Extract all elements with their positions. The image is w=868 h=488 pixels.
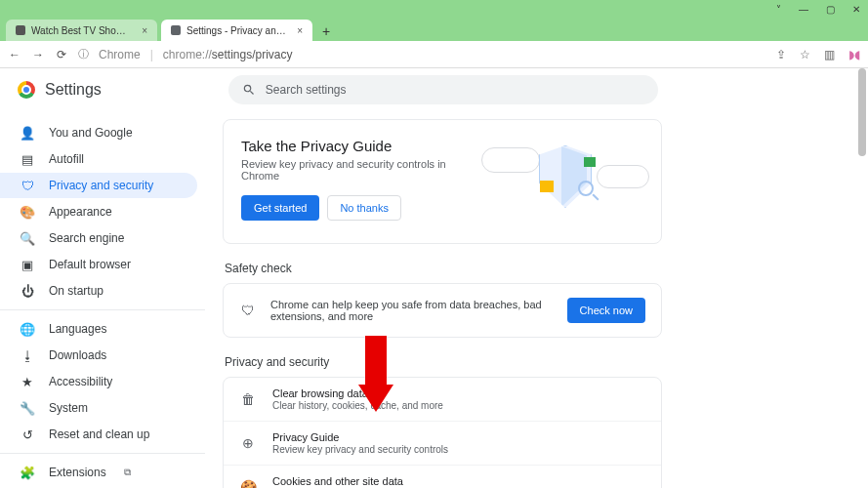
autofill-icon: ▤	[20, 152, 35, 167]
window-chevron[interactable]: ˅	[776, 4, 781, 15]
guide-illustration	[487, 138, 643, 225]
reset-icon: ↺	[20, 427, 35, 442]
sidebar-item-label: On startup	[49, 284, 103, 298]
browser-tab-0[interactable]: Watch Best TV Shows, Serials, S… ×	[6, 20, 157, 41]
safety-check-card: 🛡 Chrome can help keep you safe from dat…	[223, 283, 662, 338]
sidebar-item-label: You and Google	[49, 126, 133, 140]
privacy-security-section-label: Privacy and security	[225, 355, 329, 369]
sidebar-item-label: Accessibility	[49, 375, 112, 388]
person-icon: 👤	[20, 126, 35, 141]
sidebar-item-you-and-google[interactable]: 👤You and Google	[0, 120, 197, 145]
default-browser-icon: ▣	[20, 258, 35, 272]
toolbar: ← → ⟳ ⓘ Chrome | chrome://settings/priva…	[0, 41, 868, 68]
sidebar-item-accessibility[interactable]: ★Accessibility	[0, 369, 197, 394]
shield-icon: 🛡	[20, 179, 35, 193]
search-icon: 🔍	[20, 231, 35, 246]
sidebar-item-privacy-security[interactable]: 🛡Privacy and security	[0, 173, 197, 198]
tab-title: Settings - Privacy and security	[186, 25, 287, 36]
search-settings-input[interactable]: Search settings	[228, 75, 658, 104]
share-icon[interactable]: ⇪	[776, 48, 786, 61]
sidebar-item-label: Extensions	[49, 466, 106, 479]
external-link-icon: ⧉	[124, 467, 131, 478]
sidebar-item-appearance[interactable]: 🎨Appearance	[0, 199, 197, 224]
power-icon: ⏻	[20, 284, 35, 299]
sidebar-item-label: Search engine	[49, 231, 124, 245]
sidebar-item-reset[interactable]: ↺Reset and clean up	[0, 422, 197, 447]
favicon-icon	[16, 25, 25, 35]
privacy-guide-card: Take the Privacy Guide Review key privac…	[223, 119, 662, 244]
extensions-icon: 🧩	[20, 466, 35, 480]
sidebar-item-label: Languages	[49, 322, 106, 336]
guide-subtitle: Review key privacy and security controls…	[241, 158, 477, 182]
sidebar-item-search-engine[interactable]: 🔍Search engine	[0, 225, 197, 251]
accessibility-icon: ★	[20, 375, 35, 389]
site-info-icon[interactable]: ⓘ	[78, 47, 89, 61]
settings-favicon-icon	[171, 25, 181, 35]
window-maximize[interactable]: ▢	[826, 4, 835, 15]
safety-check-text: Chrome can help keep you safe from data …	[270, 299, 554, 322]
no-thanks-button[interactable]: No thanks	[327, 195, 401, 221]
settings-main: Take the Privacy Guide Review key privac…	[205, 68, 868, 488]
search-icon	[242, 83, 256, 97]
sidebar-item-default-browser[interactable]: ▣Default browser	[0, 252, 197, 277]
close-tab-icon[interactable]: ×	[297, 25, 303, 36]
back-button[interactable]: ←	[8, 48, 21, 61]
cookie-icon: 🍪	[239, 479, 257, 488]
download-icon: ⭳	[20, 348, 35, 363]
side-panel-icon[interactable]: ▥	[824, 48, 835, 61]
tab-strip: Watch Best TV Shows, Serials, S… × Setti…	[0, 18, 868, 41]
row-cookies[interactable]: 🍪 Cookies and other site data Third-part…	[224, 465, 661, 488]
safety-check-section-label: Safety check	[225, 262, 292, 275]
settings-header: Settings Search settings	[0, 68, 868, 111]
tune-icon: ⊕	[239, 435, 257, 451]
scrollbar-thumb[interactable]	[858, 68, 866, 156]
sidebar-item-label: System	[49, 401, 88, 415]
url-display[interactable]: chrome://settings/privacy	[163, 48, 293, 61]
guide-title: Take the Privacy Guide	[241, 138, 477, 154]
window-close[interactable]: ✕	[852, 4, 860, 15]
browser-tab-1[interactable]: Settings - Privacy and security ×	[161, 20, 312, 41]
privacy-security-list: 🗑 Clear browsing data Clear history, coo…	[223, 377, 662, 488]
system-icon: 🔧	[20, 401, 35, 416]
sidebar-divider	[0, 453, 205, 454]
row-title: Privacy Guide	[272, 431, 448, 443]
appearance-icon: 🎨	[20, 205, 35, 220]
close-tab-icon[interactable]: ×	[142, 25, 147, 36]
new-tab-button[interactable]: +	[316, 21, 336, 41]
trash-icon: 🗑	[239, 391, 257, 407]
get-started-button[interactable]: Get started	[241, 195, 319, 221]
search-placeholder: Search settings	[266, 83, 347, 97]
bookmark-icon[interactable]: ☆	[800, 48, 810, 61]
sidebar-item-label: Downloads	[49, 348, 106, 362]
reload-button[interactable]: ⟳	[55, 48, 68, 61]
row-clear-browsing-data[interactable]: 🗑 Clear browsing data Clear history, coo…	[224, 378, 661, 421]
row-title: Cookies and other site data	[272, 475, 488, 487]
sidebar-item-label: Autofill	[49, 152, 84, 166]
row-privacy-guide[interactable]: ⊕ Privacy Guide Review key privacy and s…	[224, 421, 661, 465]
sidebar-item-extensions[interactable]: 🧩Extensions⧉	[0, 460, 197, 485]
page-title: Settings	[45, 81, 102, 99]
globe-icon: 🌐	[20, 322, 35, 337]
sidebar-item-label: Default browser	[49, 258, 131, 271]
sidebar-item-label: Reset and clean up	[49, 427, 149, 441]
sidebar-item-autofill[interactable]: ▤Autofill	[0, 146, 197, 172]
tab-title: Watch Best TV Shows, Serials, S…	[31, 25, 132, 36]
forward-button[interactable]: →	[31, 48, 45, 61]
check-now-button[interactable]: Check now	[567, 298, 645, 323]
chrome-logo-icon	[18, 81, 35, 99]
shield-check-icon: 🛡	[239, 303, 257, 318]
sidebar-item-label: Privacy and security	[49, 179, 153, 192]
window-minimize[interactable]: —	[799, 4, 808, 15]
sidebar-item-languages[interactable]: 🌐Languages	[0, 316, 197, 342]
sidebar-item-on-startup[interactable]: ⏻On startup	[0, 278, 197, 304]
vertical-scrollbar[interactable]	[856, 68, 868, 488]
annotation-arrow	[361, 336, 391, 414]
sidebar-item-label: Appearance	[49, 205, 112, 219]
sidebar-item-downloads[interactable]: ⭳Downloads	[0, 343, 197, 368]
sidebar-divider	[0, 309, 205, 310]
url-scheme: Chrome	[99, 48, 141, 61]
settings-sidebar: 👤You and Google ▤Autofill 🛡Privacy and s…	[0, 68, 205, 488]
profile-avatar[interactable]: ◗◖	[848, 48, 860, 61]
os-titlebar: ˅ — ▢ ✕	[0, 0, 868, 18]
sidebar-item-system[interactable]: 🔧System	[0, 395, 197, 421]
